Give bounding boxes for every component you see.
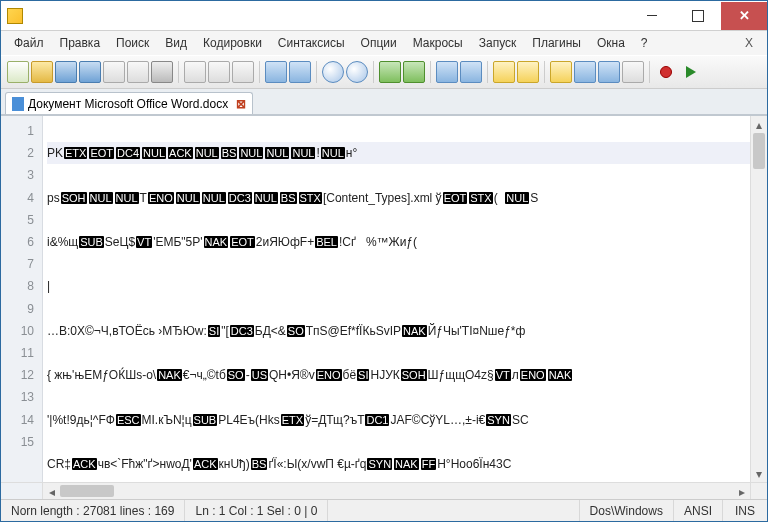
menu-windows[interactable]: Окна	[590, 33, 632, 53]
tabbar: Документ Microsoft Office Word.docx ⊠	[1, 89, 767, 115]
toolbar-sep	[487, 61, 488, 83]
status-length: Norn length : 27081 lines : 169	[1, 500, 185, 521]
toolbar-sep	[373, 61, 374, 83]
toolbar-sep	[649, 61, 650, 83]
save-button[interactable]	[55, 61, 77, 83]
menu-help[interactable]: ?	[634, 33, 655, 53]
menu-view[interactable]: Вид	[158, 33, 194, 53]
menu-search[interactable]: Поиск	[109, 33, 156, 53]
maximize-button[interactable]	[675, 2, 721, 30]
scroll-left-icon[interactable]: ◂	[43, 483, 60, 500]
indent-guide-button[interactable]	[550, 61, 572, 83]
show-all-button[interactable]	[517, 61, 539, 83]
new-file-button[interactable]	[7, 61, 29, 83]
folder-button[interactable]	[622, 61, 644, 83]
replace-button[interactable]	[346, 61, 368, 83]
close-file-button[interactable]	[103, 61, 125, 83]
paste-button[interactable]	[232, 61, 254, 83]
menubar: Файл Правка Поиск Вид Кодировки Синтакси…	[1, 31, 767, 55]
zoom-in-button[interactable]	[379, 61, 401, 83]
tab-close-icon[interactable]: ⊠	[236, 97, 246, 111]
toolbar-sep	[259, 61, 260, 83]
wrap-button[interactable]	[493, 61, 515, 83]
sync-h-button[interactable]	[460, 61, 482, 83]
menu-edit[interactable]: Правка	[53, 33, 108, 53]
line-gutter: 123456789101112131415	[1, 116, 43, 482]
scroll-right-icon[interactable]: ▸	[733, 483, 750, 500]
scroll-up-icon[interactable]: ▴	[751, 116, 767, 133]
sync-v-button[interactable]	[436, 61, 458, 83]
open-file-button[interactable]	[31, 61, 53, 83]
app-icon	[7, 8, 23, 24]
copy-button[interactable]	[208, 61, 230, 83]
toolbar-sep	[544, 61, 545, 83]
menu-run[interactable]: Запуск	[472, 33, 524, 53]
menu-plugins[interactable]: Плагины	[525, 33, 588, 53]
toolbar-sep	[178, 61, 179, 83]
find-button[interactable]	[322, 61, 344, 83]
zoom-out-button[interactable]	[403, 61, 425, 83]
status-ins[interactable]: INS	[723, 500, 767, 521]
status-encoding[interactable]: ANSI	[674, 500, 723, 521]
scroll-thumb[interactable]	[753, 133, 765, 169]
play-macro-button[interactable]	[679, 61, 701, 83]
func-list-button[interactable]	[598, 61, 620, 83]
menu-options[interactable]: Опции	[354, 33, 404, 53]
close-button[interactable]	[721, 2, 767, 30]
menu-file[interactable]: Файл	[7, 33, 51, 53]
toolbar-sep	[430, 61, 431, 83]
undo-button[interactable]	[265, 61, 287, 83]
close-all-button[interactable]	[127, 61, 149, 83]
tab-label: Документ Microsoft Office Word.docx	[28, 97, 228, 111]
save-all-button[interactable]	[79, 61, 101, 83]
titlebar	[1, 1, 767, 31]
horizontal-scrollbar-row: ◂ ▸	[1, 482, 767, 499]
status-position: Ln : 1 Col : 1 Sel : 0 | 0	[185, 500, 328, 521]
menu-encoding[interactable]: Кодировки	[196, 33, 269, 53]
menu-close-x[interactable]: X	[737, 33, 761, 53]
cut-button[interactable]	[184, 61, 206, 83]
toolbar-sep	[316, 61, 317, 83]
scroll-thumb[interactable]	[60, 485, 114, 497]
horizontal-scrollbar[interactable]: ◂ ▸	[43, 483, 750, 499]
editor: 123456789101112131415 PKETXEOTDC4NULACKN…	[1, 115, 767, 482]
menu-macros[interactable]: Макросы	[406, 33, 470, 53]
scroll-down-icon[interactable]: ▾	[751, 465, 767, 482]
vertical-scrollbar[interactable]: ▴ ▾	[750, 116, 767, 482]
menu-syntax[interactable]: Синтаксисы	[271, 33, 352, 53]
status-eol[interactable]: Dos\Windows	[580, 500, 674, 521]
print-button[interactable]	[151, 61, 173, 83]
statusbar: Norn length : 27081 lines : 169 Ln : 1 C…	[1, 499, 767, 521]
document-tab[interactable]: Документ Microsoft Office Word.docx ⊠	[5, 92, 253, 114]
redo-button[interactable]	[289, 61, 311, 83]
toolbar	[1, 55, 767, 89]
app-window: Файл Правка Поиск Вид Кодировки Синтакси…	[0, 0, 768, 522]
doc-map-button[interactable]	[574, 61, 596, 83]
code-area[interactable]: PKETXEOTDC4NULACKNULBSNULNULNUL!NULн° ps…	[43, 116, 750, 482]
record-macro-button[interactable]	[655, 61, 677, 83]
document-icon	[12, 97, 24, 111]
minimize-button[interactable]	[629, 2, 675, 30]
